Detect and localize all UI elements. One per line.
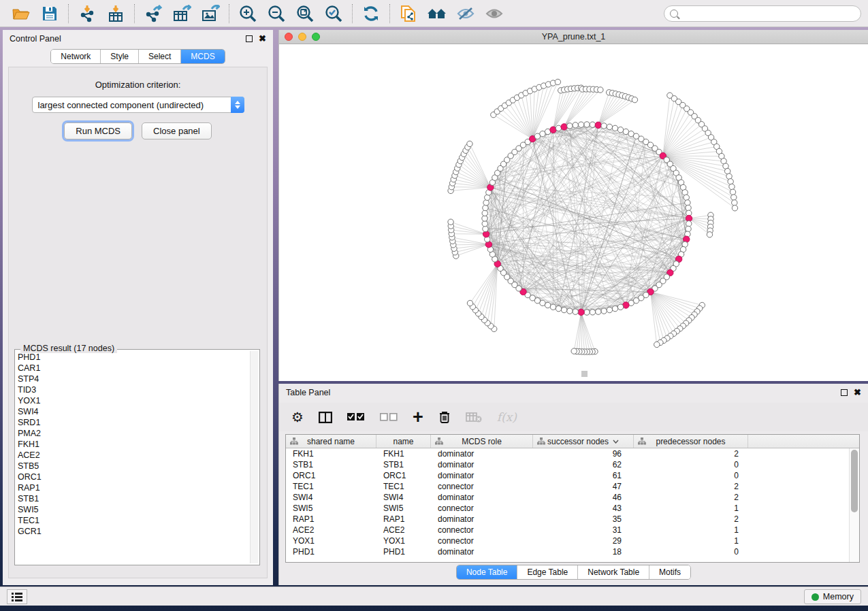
close-panel-button[interactable]: Close panel	[142, 122, 212, 139]
list-icon	[12, 593, 22, 601]
table-row[interactable]: YOX1 YOX1 connector 29 1	[286, 535, 849, 546]
control-panel: Control Panel ✖ Network Style Select MCD…	[3, 30, 273, 585]
mcds-result-item[interactable]: PHD1	[18, 352, 248, 363]
tree-icon	[638, 437, 646, 445]
mcds-result-item[interactable]: SRD1	[18, 417, 248, 428]
network-window-titlebar[interactable]: YPA_prune.txt_1	[279, 30, 868, 44]
tab-mcds[interactable]: MCDS	[181, 50, 224, 63]
close-table-panel-icon[interactable]: ✖	[854, 389, 861, 396]
mcds-result-item[interactable]: STB1	[18, 493, 248, 504]
table-row[interactable]: STB1 STB1 dominator 62 0	[286, 459, 849, 470]
table-row[interactable]: TEC1 TEC1 connector 47 2	[286, 481, 849, 492]
export-table-icon[interactable]	[167, 2, 196, 25]
mcds-result-item[interactable]: SWI4	[18, 406, 248, 417]
memory-button[interactable]: Memory	[804, 589, 861, 604]
table-panel: Table Panel ✖ ⚙ + f(x) shared name name	[278, 384, 868, 585]
toolbar-separator	[352, 4, 353, 23]
table-panel-title: Table Panel	[286, 388, 330, 397]
import-table-icon[interactable]	[101, 2, 130, 25]
optimization-criterion-label: Optimization criterion:	[9, 80, 267, 90]
search-field[interactable]	[682, 9, 855, 18]
float-table-panel-icon[interactable]	[841, 389, 848, 396]
memory-label: Memory	[823, 592, 854, 601]
column-header-mcds-role[interactable]: MCDS role	[431, 435, 533, 448]
function-builder-icon: f(x)	[497, 410, 517, 424]
table-toolbar: ⚙ + f(x)	[279, 403, 868, 431]
mcds-result-list[interactable]: PHD1CAR1STP4TID3YOX1SWI4SRD1PMA2FKH1ACE2…	[18, 352, 248, 563]
copy-style-icon[interactable]	[394, 2, 423, 25]
column-header-name[interactable]: name	[376, 435, 431, 448]
mcds-result-item[interactable]: STP4	[18, 374, 248, 384]
tab-motifs[interactable]: Motifs	[649, 565, 690, 579]
toolbar-separator	[134, 4, 135, 23]
mcds-result-item[interactable]: SWI5	[18, 504, 248, 515]
table-row[interactable]: ORC1 ORC1 dominator 61 0	[286, 470, 849, 481]
mcds-result-item[interactable]: CAR1	[18, 363, 248, 374]
canvas-scroll-nub[interactable]	[581, 371, 588, 377]
mcds-list-scrollbar[interactable]	[250, 351, 258, 563]
tab-style[interactable]: Style	[101, 50, 139, 63]
optimization-criterion-select[interactable]: largest connected component (undirected)	[32, 97, 244, 113]
column-header-shared-name[interactable]: shared name	[286, 435, 376, 448]
zoom-out-icon[interactable]	[262, 2, 291, 25]
mcds-result-item[interactable]: RAP1	[18, 482, 248, 493]
search-input[interactable]	[664, 5, 861, 22]
tab-select[interactable]: Select	[139, 50, 181, 63]
table-row[interactable]: SWI5 SWI5 connector 43 1	[286, 503, 849, 514]
mcds-result-item[interactable]: STB5	[18, 461, 248, 472]
table-row[interactable]: FKH1 FKH1 dominator 96 2	[286, 448, 849, 459]
mcds-result-item[interactable]: YOX1	[18, 395, 248, 406]
first-neighbors-icon[interactable]	[423, 2, 451, 25]
main-toolbar	[0, 0, 868, 27]
tab-network[interactable]: Network	[51, 50, 101, 63]
network-view-window: YPA_prune.txt_1	[278, 30, 868, 381]
close-panel-icon[interactable]: ✖	[259, 35, 266, 42]
delete-icon[interactable]	[438, 410, 451, 424]
zoom-selected-icon[interactable]	[319, 2, 348, 25]
table-scrollbar-thumb[interactable]	[851, 450, 858, 512]
toolbar-separator	[389, 4, 390, 23]
save-icon[interactable]	[35, 2, 64, 25]
mcds-result-item[interactable]: GCR1	[18, 526, 248, 537]
task-history-button[interactable]	[7, 589, 27, 604]
optimization-criterion-value: largest connected component (undirected)	[33, 100, 231, 110]
gear-icon[interactable]: ⚙	[291, 409, 304, 425]
tab-node-table[interactable]: Node Table	[457, 565, 518, 579]
import-network-icon[interactable]	[73, 2, 101, 25]
table-scrollbar[interactable]	[849, 448, 859, 562]
export-image-icon[interactable]	[196, 2, 225, 25]
select-all-icon[interactable]	[347, 413, 365, 421]
table-row[interactable]: SWI4 SWI4 dominator 46 2	[286, 492, 849, 503]
mcds-result-item[interactable]: ORC1	[18, 472, 248, 482]
mcds-result-item[interactable]: TID3	[18, 384, 248, 395]
open-folder-icon[interactable]	[7, 2, 35, 25]
table-row[interactable]: ACE2 ACE2 connector 31 1	[286, 525, 849, 535]
search-icon	[670, 10, 678, 18]
tab-edge-table[interactable]: Edge Table	[517, 565, 578, 579]
table-row[interactable]: PHD1 PHD1 dominator 18 0	[286, 546, 849, 557]
mcds-result-item[interactable]: ACE2	[18, 450, 248, 461]
tab-network-table[interactable]: Network Table	[578, 565, 649, 579]
deselect-all-icon[interactable]	[380, 413, 398, 421]
toolbar-separator	[68, 4, 69, 23]
network-canvas[interactable]	[279, 44, 868, 381]
zoom-in-icon[interactable]	[234, 2, 262, 25]
column-header-predecessor-nodes[interactable]: predecessor nodes	[634, 435, 748, 448]
mcds-result-item[interactable]: PMA2	[18, 428, 248, 439]
toolbar-separator	[229, 4, 229, 23]
export-network-icon[interactable]	[139, 2, 167, 25]
add-column-icon[interactable]: +	[413, 410, 423, 424]
float-panel-icon[interactable]	[246, 35, 253, 42]
table-row[interactable]: RAP1 RAP1 dominator 35 2	[286, 514, 849, 525]
columns-icon[interactable]	[319, 412, 332, 423]
show-all-icon[interactable]	[480, 2, 509, 25]
tree-icon	[435, 437, 443, 445]
mcds-result-item[interactable]: TEC1	[18, 515, 248, 526]
zoom-fit-icon[interactable]	[291, 2, 319, 25]
refresh-icon[interactable]	[357, 2, 385, 25]
column-header-successor-nodes[interactable]: successor nodes	[533, 435, 634, 448]
run-mcds-button[interactable]: Run MCDS	[64, 122, 132, 139]
mcds-result-item[interactable]: FKH1	[18, 439, 248, 450]
status-bar: Memory	[0, 587, 868, 606]
hide-selected-icon[interactable]	[451, 2, 480, 25]
